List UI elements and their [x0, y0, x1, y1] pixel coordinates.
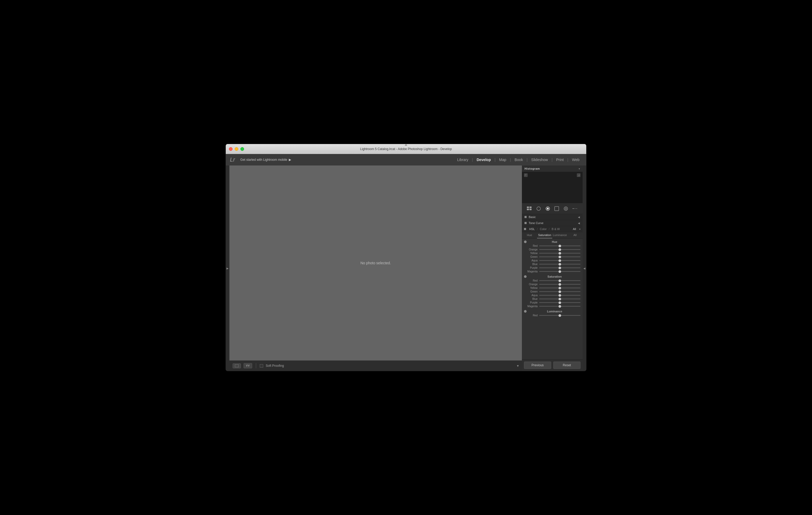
sat-orange-thumb[interactable]	[558, 283, 561, 286]
maximize-button[interactable]	[240, 147, 244, 151]
window-title: Lightroom 5 Catalog.lrcat - Adobe Photos…	[360, 147, 452, 151]
sat-red-label: Red	[524, 279, 538, 282]
hue-yellow-thumb[interactable]	[558, 252, 561, 254]
sat-purple-thumb[interactable]	[558, 301, 561, 304]
luminance-subtab[interactable]: Luminance	[552, 232, 568, 238]
shadow-clipping-icon[interactable]	[577, 173, 580, 177]
histogram-section: Histogram ▾	[522, 165, 583, 203]
adjustment-brush-icon[interactable]	[545, 206, 551, 212]
bw-tab[interactable]: B & W	[550, 226, 562, 232]
hue-red-thumb[interactable]	[558, 245, 561, 247]
top-arrow	[405, 144, 407, 146]
saturation-enable-dot[interactable]	[524, 275, 527, 278]
hsl-tab[interactable]: HSL	[527, 226, 537, 232]
soft-proofing-checkbox[interactable]	[260, 364, 263, 368]
radial-filter-icon[interactable]	[563, 206, 569, 212]
lum-red-track[interactable]	[539, 315, 580, 316]
lum-red-thumb[interactable]	[558, 314, 561, 317]
sat-yellow-row: Yellow	[524, 286, 580, 290]
hue-blue-track[interactable]	[539, 264, 580, 265]
sat-red-thumb[interactable]	[558, 279, 561, 282]
saturation-subtab[interactable]: Saturation	[537, 232, 552, 238]
hsl-toggle-dot	[524, 228, 526, 230]
main-content: ▶ No photo selected. YY Soft Proofing ▾	[226, 165, 586, 371]
sat-yellow-track[interactable]	[539, 287, 580, 289]
nav-map[interactable]: Map	[496, 157, 509, 163]
sat-aqua-track[interactable]	[539, 295, 580, 296]
sat-orange-track[interactable]	[539, 284, 580, 285]
right-panel: Histogram ▾	[522, 165, 583, 371]
minimize-button[interactable]	[235, 147, 238, 151]
nav-library[interactable]: Library	[455, 157, 471, 163]
sat-purple-track[interactable]	[539, 302, 580, 303]
sat-purple-label: Purple	[524, 301, 538, 304]
hue-magenta-track[interactable]	[539, 271, 580, 272]
hue-magenta-label: Magenta	[524, 270, 538, 273]
titlebar: Lightroom 5 Catalog.lrcat - Adobe Photos…	[226, 144, 586, 154]
sat-blue-thumb[interactable]	[558, 298, 561, 300]
color-tab[interactable]: Color	[538, 226, 549, 232]
previous-button[interactable]: Previous	[524, 362, 551, 369]
expand-icon[interactable]: ▾	[517, 364, 519, 368]
graduated-filter-icon[interactable]	[554, 206, 560, 212]
nav-slideshow[interactable]: Slideshow	[529, 157, 551, 163]
nav-web[interactable]: Web	[569, 157, 582, 163]
hue-aqua-thumb[interactable]	[558, 259, 561, 262]
hue-red-track[interactable]	[539, 245, 580, 246]
hue-green-track[interactable]	[539, 256, 580, 257]
hue-enable-dot[interactable]	[524, 241, 527, 243]
hue-magenta-thumb[interactable]	[558, 270, 561, 273]
left-panel-toggle[interactable]: ▶	[226, 165, 229, 371]
svg-rect-5	[527, 209, 529, 210]
sat-purple-row: Purple	[524, 301, 580, 304]
mobile-promo-arrow[interactable]: ▶	[289, 158, 291, 161]
mobile-promo-text: Get started with Lightroom mobile	[240, 158, 287, 161]
basic-toggle-dot	[524, 216, 527, 218]
tone-curve-section-header[interactable]: Tone Curve ◀	[522, 220, 583, 226]
sat-magenta-track[interactable]	[539, 306, 580, 307]
crop-tool-icon[interactable]	[535, 206, 542, 212]
basic-section-header[interactable]: Basic ◀	[522, 214, 583, 220]
hue-orange-row: Orange	[524, 248, 580, 251]
hue-orange-thumb[interactable]	[558, 248, 561, 251]
sat-magenta-thumb[interactable]	[558, 305, 561, 308]
highlight-clipping-icon[interactable]	[524, 173, 528, 177]
hue-blue-thumb[interactable]	[558, 263, 561, 266]
sat-red-track[interactable]	[539, 280, 580, 281]
hue-green-thumb[interactable]	[558, 256, 561, 258]
hue-orange-label: Orange	[524, 248, 538, 251]
histogram-header[interactable]: Histogram ▾	[522, 165, 583, 172]
luminance-enable-dot[interactable]	[524, 310, 527, 313]
svg-rect-3	[527, 207, 529, 208]
nav-develop[interactable]: Develop	[474, 157, 493, 163]
hue-aqua-track[interactable]	[539, 260, 580, 261]
hue-subtab[interactable]: Hue	[522, 232, 537, 238]
sat-yellow-thumb[interactable]	[558, 287, 561, 290]
hue-purple-track[interactable]	[539, 267, 580, 268]
hue-blue-label: Blue	[524, 263, 538, 266]
nav-print[interactable]: Print	[554, 157, 567, 163]
right-panel-toggle[interactable]: ◀	[583, 165, 586, 371]
svg-rect-0	[235, 364, 239, 367]
sat-green-thumb[interactable]	[558, 291, 561, 293]
all-subtab[interactable]: All	[568, 232, 583, 238]
hue-purple-thumb[interactable]	[558, 267, 561, 269]
sat-yellow-label: Yellow	[524, 286, 538, 290]
reset-button[interactable]: Reset	[553, 362, 580, 369]
sat-aqua-thumb[interactable]	[558, 294, 561, 297]
tone-curve-collapse-icon: ◀	[578, 222, 580, 224]
traffic-lights	[229, 147, 244, 151]
close-button[interactable]	[229, 147, 233, 151]
sat-blue-track[interactable]	[539, 299, 580, 299]
hue-purple-label: Purple	[524, 266, 538, 269]
grid-tool-icon[interactable]	[526, 206, 532, 212]
menubar: Lr Get started with Lightroom mobile ▶ L…	[226, 154, 586, 165]
view-mode-button[interactable]	[233, 363, 241, 368]
all-tab[interactable]: All	[571, 226, 578, 232]
sat-green-track[interactable]	[539, 291, 580, 292]
nav-book[interactable]: Book	[512, 157, 526, 163]
hue-orange-track[interactable]	[539, 249, 580, 250]
info-button[interactable]: YY	[243, 363, 252, 368]
hue-yellow-track[interactable]	[539, 253, 580, 253]
spot-removal-icon[interactable]	[572, 206, 578, 212]
